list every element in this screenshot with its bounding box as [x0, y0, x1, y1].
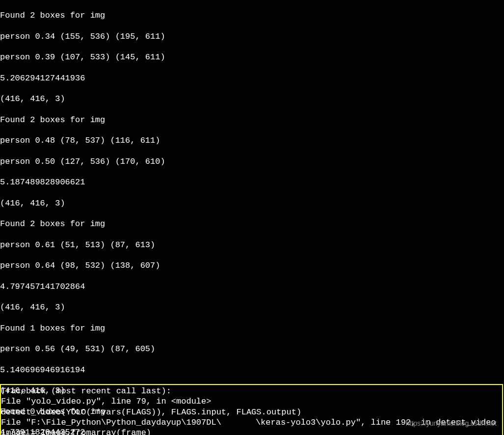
output-line: person 0.64 (98, 532) (138, 607)	[0, 260, 504, 271]
output-line: 5.140696946916194	[0, 365, 504, 375]
output-line: person 0.50 (127, 536) (170, 610)	[0, 156, 504, 167]
output-line: person 0.48 (78, 537) (116, 611)	[0, 135, 504, 146]
output-line: person 0.39 (107, 533) (145, 611)	[0, 52, 504, 62]
traceback-file-line: File "yolo_video.py", line 79, in <modul…	[1, 396, 502, 407]
watermark-text: https://yunyaniu.blog.csdn.net	[406, 419, 497, 428]
output-line: Found 1 boxes for img	[0, 323, 504, 333]
output-line: 4.797457141702864	[0, 281, 504, 292]
output-line: (416, 416, 3)	[0, 94, 504, 104]
output-line: Found 2 boxes for img	[0, 115, 504, 125]
output-line: person 0.56 (49, 531) (87, 605)	[0, 344, 504, 354]
terminal-output: Found 2 boxes for img person 0.34 (155, …	[0, 0, 504, 435]
redacted-segment	[221, 418, 256, 426]
output-line: 5.206294127441936	[0, 73, 504, 83]
output-line: Found 2 boxes for img	[0, 10, 504, 21]
output-line: person 0.34 (155, 536) (195, 611)	[0, 31, 504, 42]
path-prefix: File "F:\File_Python\Python_daydayup\190…	[1, 418, 221, 427]
traceback-code-line: image = Image.fromarray(frame)	[1, 428, 502, 435]
output-line: Found 2 boxes for img	[0, 219, 504, 229]
output-line: (416, 416, 3)	[0, 302, 504, 312]
output-line: 5.187489828906621	[0, 177, 504, 187]
traceback-code-line: detect_video(YOLO(**vars(FLAGS)), FLAGS.…	[1, 407, 502, 417]
traceback-header: Traceback (most recent call last):	[1, 386, 502, 396]
output-line: (416, 416, 3)	[0, 198, 504, 208]
output-line: person 0.61 (51, 513) (87, 613)	[0, 240, 504, 250]
